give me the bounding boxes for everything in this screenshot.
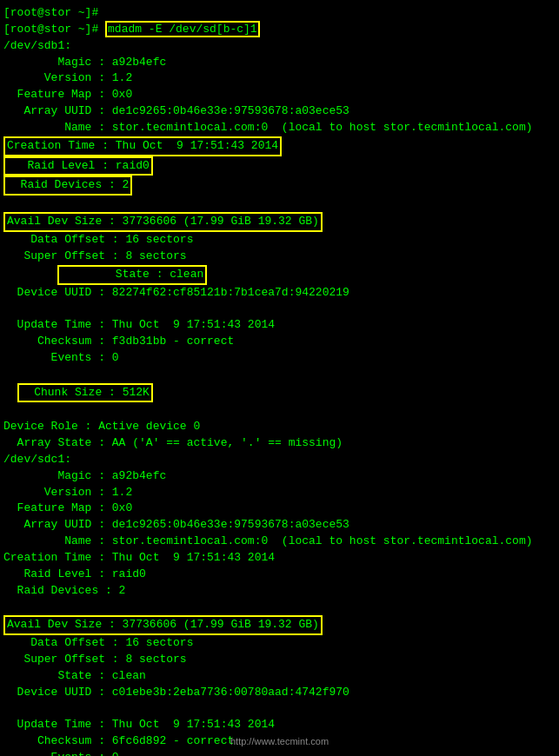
sdc1-raid-devices: Raid Devices : 2 [3,583,556,600]
sdc1-super-offset: Super Offset : 8 sectors [3,652,556,668]
chunk-size-highlight-1: Chunk Size : 512K [17,383,153,403]
sdb1-update-time: Update Time : Thu Oct 9 17:51:43 2014 [3,317,556,334]
sdc1-creation-time: Creation Time : Thu Oct 9 17:51:43 2014 [3,550,556,567]
sdc1-update-time: Update Time : Thu Oct 9 17:51:43 2014 [3,717,556,733]
sdb1-array-uuid: Array UUID : de1c9265:0b46e33e:97593678:… [3,103,556,120]
sdc1-name: Name : stor.tecmintlocal.com:0 (local to… [3,534,556,550]
sdc1-device-uuid: Device UUID : c01ebe3b:2eba7736:00780aad… [3,685,556,701]
sdc1-array-uuid: Array UUID : de1c9265:0b46e33e:97593678:… [3,517,556,534]
sdc1-state: State : clean [3,668,556,685]
sdb1-chunk-size: Chunk Size : 512K [3,383,556,403]
sdb1-super-offset: Super Offset : 8 sectors [3,249,556,265]
sdb1-magic: Magic : a92b4efc [3,55,556,71]
sdb1-name: Name : stor.tecmintlocal.com:0 (local to… [3,120,556,136]
watermark: http://www.tecmint.com [230,735,329,749]
sdb1-state: State : clean [3,265,556,285]
avail-dev-size-highlight-2: Avail Dev Size : 37736606 (17.99 GiB 19.… [3,615,323,635]
state-highlight-1: State : clean [57,265,207,285]
sdb1-events: Events : 0 [3,350,556,367]
sdc1-version: Version : 1.2 [3,485,556,501]
sdc1-raid-level: Raid Level : raid0 [3,567,556,583]
sdb1-raid-level: Raid Level : raid0 [3,156,556,176]
sdb1-header: /dev/sdb1: [3,38,556,55]
raid-devices-highlight: Raid Devices : 2 [3,176,132,196]
sdb1-data-offset: Data Offset : 16 sectors [3,232,556,249]
sdc1-blank1 [3,701,556,718]
prompt-line-1: [root@stor ~]# [3,5,556,22]
sdb1-checksum: Checksum : f3db31bb - correct [3,334,556,350]
sdb1-raid-devices: Raid Devices : 2 [3,176,556,196]
sdb1-blank-before-avail [3,196,556,212]
sdb1-creation-time: Creation Time : Thu Oct 9 17:51:43 2014 [3,136,556,156]
sdb1-device-uuid: Device UUID : 82274f62:cf85121b:7b1cea7d… [3,285,556,302]
avail-dev-size-highlight-1: Avail Dev Size : 37736606 (17.99 GiB 19.… [3,212,323,232]
sdc1-blank-before-avail [3,600,556,616]
raid-level-highlight: Raid Level : raid0 [3,156,153,176]
sdc1-feature-map: Feature Map : 0x0 [3,501,556,517]
sdb1-device-role: Device Role : Active device 0 [3,419,556,435]
sdc1-data-offset: Data Offset : 16 sectors [3,635,556,652]
prompt-line-2: [root@stor ~]# mdadm -E /dev/sd[b-c]1 [3,22,556,38]
sdb1-feature-map: Feature Map : 0x0 [3,87,556,103]
sdc1-events: Events : 0 [3,750,556,756]
command-highlight: mdadm -E /dev/sd[b-c]1 [105,21,260,37]
sdc1-avail-dev-size: Avail Dev Size : 37736606 (17.99 GiB 19.… [3,615,556,635]
sdc1-magic: Magic : a92b4efc [3,468,556,485]
creation-time-highlight: Creation Time : Thu Oct 9 17:51:43 2014 [3,136,282,156]
terminal-window: [root@stor ~]# [root@stor ~]# mdadm -E /… [0,3,559,756]
sdb1-version: Version : 1.2 [3,70,556,87]
prompt-text: [root@stor ~]# [3,23,105,36]
sdc1-header: /dev/sdc1: [3,452,556,468]
sdb1-blank3 [3,402,556,419]
sdb1-blank2 [3,367,556,383]
sdb1-blank1 [3,301,556,317]
sdb1-avail-dev-size: Avail Dev Size : 37736606 (17.99 GiB 19.… [3,212,556,232]
sdb1-array-state: Array State : AA ('A' == active, '.' == … [3,435,556,452]
